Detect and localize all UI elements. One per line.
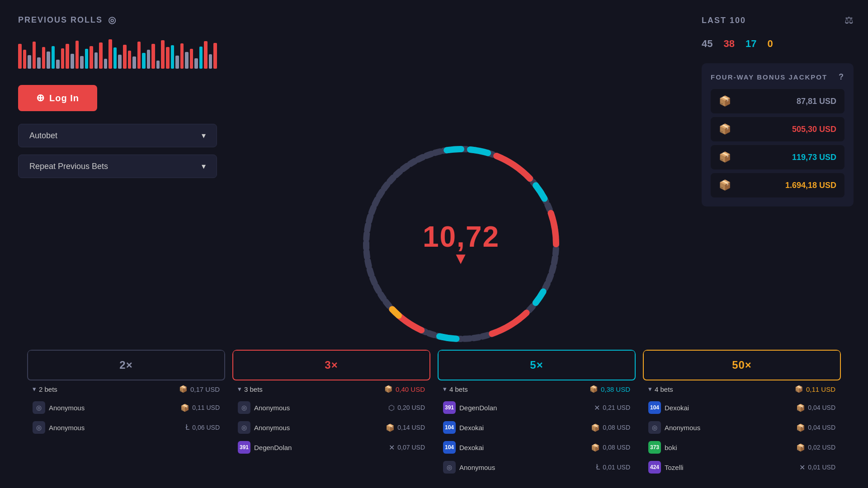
hidden-avatar: ◎: [238, 401, 250, 414]
bet-amount: 0,08 USD: [603, 444, 630, 451]
bet-row: 391 DegenDolan ✕ 0,07 USD: [232, 437, 430, 457]
roll-bar: [18, 44, 22, 69]
coin-summary-icon: 📦: [590, 385, 598, 393]
bet-row: ◎ Anonymous Ł 0,01 USD: [438, 457, 636, 477]
amount-info: 📦 0,14 USD: [386, 423, 425, 432]
repeat-bets-dropdown[interactable]: Repeat Previous Bets ▾: [18, 155, 217, 178]
bets-count-label: 3 bets: [244, 385, 263, 393]
amount-info: Ł 0,06 USD: [185, 423, 220, 432]
stat-cyan: 17: [745, 38, 756, 50]
coin-icon: Ł: [596, 463, 600, 471]
jackpot-box-icon-2: 📦: [719, 123, 731, 135]
wheel-value: 10,72 ▼: [423, 220, 500, 268]
hidden-avatar: ◎: [648, 421, 661, 434]
amount-info: 📦 0,02 USD: [796, 443, 835, 452]
roll-bar: [142, 53, 146, 69]
roll-bar: [194, 58, 198, 69]
bet-count: ▾ 4 bets: [443, 385, 468, 393]
jackpot-box-icon-3: 📦: [719, 151, 731, 163]
bet-summary-3: ▾ 4 bets 📦 0,11 USD: [643, 380, 841, 398]
chevron-icon: ▾: [33, 385, 36, 393]
roll-bar: [23, 50, 27, 69]
roll-bar: [37, 57, 41, 69]
coin-icon: ✕: [594, 404, 600, 412]
user-info: 391 DegenDolan: [443, 401, 497, 414]
roll-bar: [204, 41, 208, 69]
coin-icon: 📦: [180, 404, 189, 412]
coin-summary-icon: 📦: [384, 385, 393, 393]
bet-count: ▾ 2 bets: [33, 385, 57, 393]
roll-bar: [180, 43, 184, 69]
bet-amount: 0,07 USD: [397, 444, 425, 451]
rolls-bar-chart: [18, 36, 217, 69]
login-button[interactable]: ⊕ Log In: [18, 85, 97, 111]
user-name: Dexokai: [665, 404, 689, 412]
coin-icon: 📦: [591, 443, 600, 452]
user-info: 391 DegenDolan: [238, 441, 292, 454]
user-name: DegenDolan: [254, 444, 292, 451]
user-avatar: 424: [648, 461, 661, 474]
user-name: Dexokai: [459, 424, 484, 432]
amount-info: ✕ 0,01 USD: [799, 463, 835, 472]
amount-info: 📦 0,08 USD: [591, 423, 630, 432]
amount-info: ⬡ 0,20 USD: [388, 404, 425, 412]
roll-bar: [85, 49, 89, 69]
coin-icon: 📦: [591, 423, 600, 432]
user-info: ◎ Anonymous: [648, 421, 700, 434]
roll-bar: [94, 52, 98, 69]
hide-rolls-icon[interactable]: ◎: [108, 14, 117, 25]
bets-count-label: 4 bets: [449, 385, 468, 393]
user-avatar: 373: [648, 441, 661, 454]
bet-row: 424 Tozelli ✕ 0,01 USD: [643, 457, 841, 477]
roll-bar: [71, 54, 74, 69]
bet-multiplier-2×: 2×: [27, 350, 225, 380]
bet-multiplier-50×: 50×: [643, 350, 841, 380]
roll-bar: [52, 46, 55, 69]
jackpot-row-4: 📦 1.694,18 USD: [711, 173, 844, 197]
bet-row: ◎ Anonymous Ł 0,06 USD: [27, 418, 225, 437]
user-avatar: 391: [443, 401, 456, 414]
bet-count: ▾ 3 bets: [238, 385, 263, 393]
user-name: Anonymous: [254, 404, 290, 412]
roll-bar: [75, 41, 79, 69]
user-avatar: 104: [443, 441, 456, 454]
amount-info: Ł 0,01 USD: [596, 463, 630, 471]
user-info: 373 boki: [648, 441, 677, 454]
hidden-avatar: ◎: [33, 401, 45, 414]
bet-row: 104 Dexokai 📦 0,04 USD: [643, 398, 841, 418]
roll-bar: [161, 40, 165, 69]
wheel-arrow: ▼: [453, 249, 470, 268]
stats-row: 45 38 17 0: [702, 38, 854, 50]
user-name: Anonymous: [459, 464, 495, 471]
roll-bar: [156, 61, 160, 69]
bet-row: ◎ Anonymous 📦 0,11 USD: [27, 398, 225, 418]
jackpot-row-1: 📦 87,81 USD: [711, 89, 844, 113]
jackpot-box-icon-4: 📦: [719, 179, 731, 191]
user-info: 104 Dexokai: [648, 401, 689, 414]
help-icon[interactable]: ?: [839, 72, 844, 82]
coin-icon: 📦: [796, 443, 805, 452]
autobet-dropdown[interactable]: Autobet ▾: [18, 124, 217, 147]
user-info: 104 Dexokai: [443, 421, 484, 434]
user-info: ◎ Anonymous: [33, 421, 85, 434]
roll-bar: [90, 46, 93, 69]
amount-info: 📦 0,08 USD: [591, 443, 630, 452]
bet-count: ▾ 4 bets: [648, 385, 673, 393]
bet-amount: 0,20 USD: [397, 404, 425, 411]
roll-bar: [99, 42, 103, 69]
roll-bar: [47, 52, 50, 69]
bet-row: ◎ Anonymous 📦 0,14 USD: [232, 418, 430, 437]
roll-bar: [104, 59, 108, 69]
user-info: ◎ Anonymous: [238, 421, 290, 434]
user-name: DegenDolan: [459, 404, 497, 412]
stat-gray: 45: [702, 38, 712, 50]
user-name: Anonymous: [49, 404, 85, 412]
jackpot-val-4: 1.694,18 USD: [785, 181, 836, 190]
jackpot-section: FOUR-WAY BONUS JACKPOT ? 📦 87,81 USD 📦 5…: [702, 63, 854, 206]
bet-multiplier-3×: 3×: [232, 350, 430, 380]
hidden-avatar: ◎: [443, 461, 456, 474]
bet-amount: 0,06 USD: [192, 424, 220, 431]
bet-amount: 0,21 USD: [603, 404, 630, 411]
bet-summary-0: ▾ 2 bets 📦 0,17 USD: [27, 380, 225, 398]
roll-bar: [185, 52, 189, 69]
